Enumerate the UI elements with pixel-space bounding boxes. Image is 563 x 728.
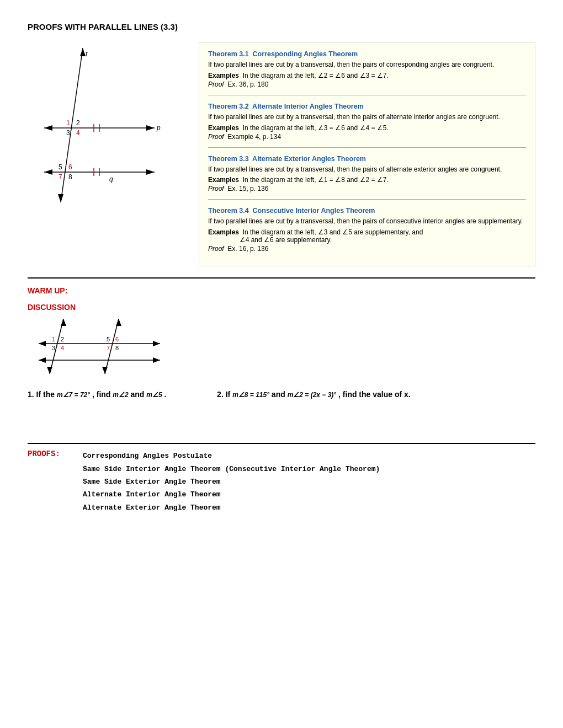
theorem-3-2-proof: Proof Example 4, p. 134 [208,133,526,141]
theorem-3-2-title: Theorem 3.2 Alternate Interior Angles Th… [208,103,364,110]
top-section: t p q 1 2 3 4 5 6 7 8 [28,42,535,266]
theorem-3-2-body: If two parallel lines are cut by a trans… [208,113,526,122]
svg-marker-34 [39,357,46,363]
svg-marker-26 [47,367,52,374]
proof-item-1: Corresponding Angles Postulate [83,449,380,462]
theorem-3-2: Theorem 3.2 Alternate Interior Angles Th… [208,102,526,148]
svg-text:3: 3 [52,345,55,351]
svg-text:7: 7 [59,173,62,181]
proof-item-4: Alternate Interior Angle Theorem [83,488,380,501]
proofs-section: PROOFS: Corresponding Angles Postulate S… [28,443,535,514]
svg-text:1: 1 [52,336,55,342]
svg-text:5: 5 [59,163,62,171]
theorem-3-1-examples: Examples In the diagram at the left, ∠2 … [208,72,526,79]
svg-text:1: 1 [66,119,70,127]
svg-text:4: 4 [76,129,80,137]
svg-text:t: t [86,50,88,58]
svg-text:2: 2 [76,119,80,127]
svg-text:7: 7 [107,345,110,351]
theorem-3-1-body: If two parallel lines are cut by a trans… [208,60,526,69]
proof-item-2: Same Side Interior Angle Theorem (Consec… [83,463,380,475]
problem-separator [188,390,195,399]
svg-text:5: 5 [107,336,110,342]
svg-marker-5 [44,125,52,131]
svg-text:6: 6 [68,163,72,171]
problem-2: 2. If m∠8 = 115° and m∠2 = (2x − 3)° , f… [217,390,411,399]
svg-marker-10 [146,169,155,175]
theorem-3-3-proof: Proof Ex. 15, p. 136 [208,185,526,192]
page-title: PROOFS WITH PARALLEL LINES (3.3) [28,22,535,31]
svg-text:4: 4 [61,345,64,351]
theorem-3-4-body: If two parallel lines are cut by a trans… [208,217,526,226]
svg-text:8: 8 [115,345,119,351]
theorem-3-1: Theorem 3.1 Corresponding Angles Theorem… [208,50,526,95]
svg-marker-32 [153,341,160,346]
theorem-3-4: Theorem 3.4 Consecutive Interior Angles … [208,206,526,259]
problems-row: 1. If the m∠7 = 72° , find m∠2 and m∠5 .… [28,390,535,399]
proof-item-5: Alternate Exterior Angle Theorem [83,501,380,514]
svg-text:q: q [109,175,113,183]
theorem-3-3-title: Theorem 3.3 Alternate Exterior Angles Th… [208,155,366,163]
svg-marker-35 [153,357,160,363]
warmup-label: WARM UP: [28,286,535,295]
svg-text:3: 3 [66,129,70,137]
theorem-3-3: Theorem 3.3 Alternate Exterior Angles Th… [208,154,526,200]
svg-marker-9 [44,169,52,175]
svg-marker-28 [116,319,121,326]
theorems-box: Theorem 3.1 Corresponding Angles Theorem… [199,42,535,266]
svg-text:2: 2 [61,336,64,342]
main-diagram: t p q 1 2 3 4 5 6 7 8 [28,42,182,266]
svg-marker-31 [39,341,46,346]
proofs-inner: PROOFS: Corresponding Angles Postulate S… [28,449,535,514]
theorem-3-1-title: Theorem 3.1 Corresponding Angles Theorem [208,50,358,58]
proof-item-3: Same Side Exterior Angle Theorem [83,475,380,488]
theorem-3-3-body: If two parallel lines are cut by a trans… [208,165,526,174]
theorem-3-4-examples: Examples In the diagram at the left, ∠3 … [208,228,526,244]
svg-text:6: 6 [115,336,119,342]
theorem-3-3-examples: Examples In the diagram at the left, ∠1 … [208,176,526,184]
discussion-diagram: 1 2 3 4 5 6 7 8 [28,316,535,379]
svg-marker-25 [61,319,66,326]
theorem-3-1-proof: Proof Ex. 36, p. 180 [208,81,526,88]
svg-marker-29 [102,367,108,374]
section-divider-1 [28,277,535,279]
svg-marker-6 [146,125,155,131]
svg-text:8: 8 [68,173,72,181]
proofs-list: Corresponding Angles Postulate Same Side… [83,449,380,514]
svg-marker-1 [80,48,86,56]
theorem-3-2-examples: Examples In the diagram at the left, ∠3 … [208,124,526,132]
svg-text:p: p [156,124,161,132]
theorem-3-4-proof: Proof Ex. 16, p. 136 [208,245,526,253]
svg-marker-2 [58,194,63,202]
theorem-3-4-title: Theorem 3.4 Consecutive Interior Angles … [208,207,375,215]
discussion-label: DISCUSSION [28,303,535,312]
problem-1: 1. If the m∠7 = 72° , find m∠2 and m∠5 . [28,390,166,399]
proofs-label: PROOFS: [28,449,72,514]
